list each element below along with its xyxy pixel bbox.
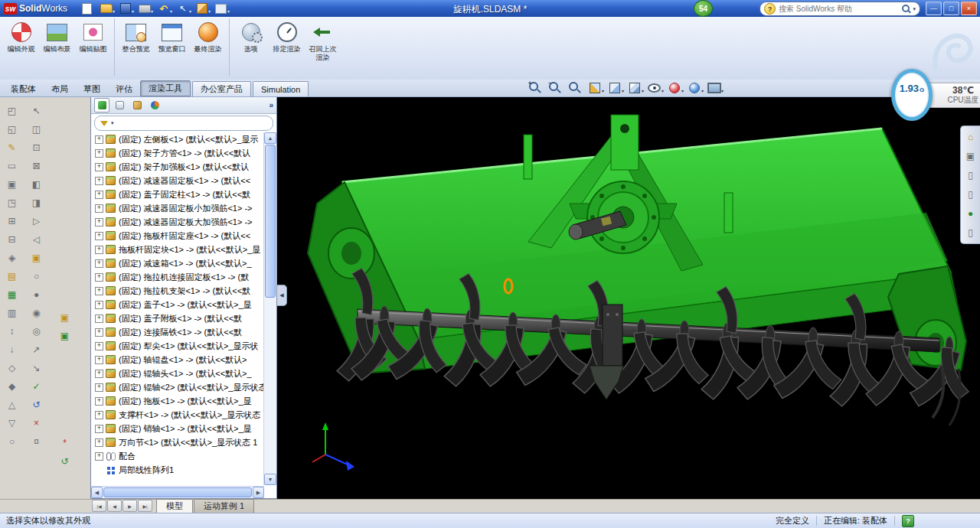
expand-toggle[interactable]: + (95, 438, 103, 447)
toolbar-icon[interactable]: ▤ (5, 269, 18, 282)
window-control-button[interactable]: □ (943, 2, 959, 15)
tree-item[interactable]: + (固定) 销轴<1> -> (默认<<默认>_显 (93, 422, 263, 435)
window-control-button[interactable]: — (926, 2, 942, 15)
view-tool-button[interactable]: ▾ (606, 80, 622, 95)
tree-item[interactable]: + (固定) 连接隔铁<1> -> (默认<<默 (93, 325, 263, 339)
quick-tool-button[interactable]: ↖ ▾ (174, 2, 191, 15)
tab-scroll-button[interactable]: ▶ (122, 500, 137, 512)
commandmanager-tab[interactable]: 草图 (76, 82, 108, 96)
expand-toggle[interactable]: + (95, 191, 103, 199)
toolbar-icon[interactable]: ◎ (30, 324, 43, 337)
expand-toggle[interactable]: + (95, 342, 103, 350)
dropdown-caret[interactable]: ▾ (642, 88, 644, 93)
quick-tool-button[interactable]: ▾ (97, 2, 115, 15)
dropdown-caret[interactable]: ▾ (208, 8, 211, 14)
ribbon-button[interactable]: 排定渲染 (269, 18, 305, 76)
task-pane-icon[interactable]: ⌂ (965, 131, 977, 143)
toolbar-icon[interactable]: ↘ (30, 361, 43, 374)
dropdown-caret[interactable]: ▾ (189, 8, 191, 14)
task-pane-icon[interactable]: ▯ (965, 169, 977, 181)
toolbar-icon[interactable]: ✎ (5, 141, 18, 154)
tree-item[interactable]: + (固定) 辊轴<2> (默认<<默认>_显示状态 (93, 380, 263, 394)
toolbar-icon[interactable]: ▣ (5, 178, 18, 191)
scroll-down-button[interactable]: ▼ (264, 474, 276, 485)
toolbar-icon[interactable]: ✓ (30, 380, 43, 393)
toolbar-icon[interactable]: ▣ (58, 311, 71, 324)
dropdown-caret[interactable]: ▾ (701, 88, 704, 93)
tree-item[interactable]: + 配合 (93, 449, 263, 463)
expand-toggle[interactable]: + (95, 149, 103, 158)
toolbar-icon[interactable]: ▭ (5, 159, 18, 172)
view-tool-button[interactable]: − (547, 80, 563, 95)
expand-toggle[interactable]: + (95, 246, 103, 254)
toolbar-icon[interactable]: ◆ (5, 380, 18, 393)
search-input[interactable] (776, 5, 901, 13)
commandmanager-tab[interactable]: 办公室产品 (192, 81, 251, 96)
toolbar-icon[interactable]: ◇ (5, 361, 18, 374)
dropdown-caret[interactable]: ▾ (132, 8, 134, 14)
expand-toggle[interactable]: + (95, 383, 103, 392)
toolbar-icon[interactable]: ⊠ (30, 159, 43, 172)
quick-tool-button[interactable]: ▾ (212, 2, 230, 15)
tree-item[interactable]: + (固定) 拖板杆固定座<1> -> (默认<< (93, 229, 263, 243)
ribbon-button[interactable]: 编辑外观 (3, 18, 39, 76)
filter-caret[interactable]: ▾ (111, 120, 114, 126)
toolbar-icon[interactable]: ⊞ (5, 214, 18, 227)
quick-tool-button[interactable]: ▾ (116, 2, 134, 15)
toolbar-icon[interactable]: ◁ (30, 233, 43, 246)
tree-item[interactable]: + (固定) 减速器固定板<1> -> (默认<< (93, 174, 263, 187)
toolbar-icon[interactable]: ◧ (30, 178, 43, 191)
expand-toggle[interactable]: + (95, 301, 103, 309)
view-tool-button[interactable]: ▾ (666, 80, 682, 95)
expand-toggle[interactable]: + (95, 204, 103, 213)
quick-tool-button[interactable]: ↶ ▾ (155, 2, 172, 15)
view-tool-button[interactable]: ▾ (586, 80, 603, 95)
study-tab[interactable]: 模型 (156, 499, 193, 513)
tree-item[interactable]: + (固定) 盖子固定柱<1> -> (默认<<默 (93, 187, 263, 201)
tree-item[interactable]: + (固定) 左侧板<1> (默认<<默认>_显示 (93, 132, 263, 146)
expand-toggle[interactable]: + (95, 370, 103, 378)
toolbar-icon[interactable]: ◫ (30, 122, 43, 135)
tree-item[interactable]: + (固定) 犁尖<1> (默认<<默认>_显示状 (93, 339, 263, 353)
dropdown-caret[interactable]: ▾ (721, 88, 724, 93)
tree-filter-box[interactable]: ▾ (94, 116, 273, 131)
more-tabs-chevron[interactable]: » (269, 101, 273, 109)
toolbar-icon[interactable]: ◰ (5, 104, 18, 117)
view-tool-button[interactable]: ▾ (686, 80, 702, 95)
panel-splitter-collapse[interactable]: ◀ (277, 285, 287, 306)
tree-item[interactable]: + (固定) 轴辊盘<1> -> (默认<<默认> (93, 353, 263, 367)
expand-toggle[interactable]: + (95, 356, 103, 364)
tree-item[interactable]: + (固定) 架子方管<1> -> (默认<<默认 (93, 146, 263, 160)
toolbar-icon[interactable]: ◉ (30, 306, 43, 319)
view-tool-button[interactable]: ▾ (646, 80, 662, 95)
toolbar-icon[interactable]: × (30, 416, 43, 429)
toolbar-icon[interactable]: ↺ (58, 455, 71, 468)
task-pane-icon[interactable]: ▯ (965, 227, 977, 239)
commandmanager-tab[interactable]: 布局 (44, 82, 76, 96)
expand-toggle[interactable]: + (95, 411, 103, 419)
tab-scroll-button[interactable]: ◀ (107, 500, 122, 512)
scrollbar-thumb[interactable] (265, 145, 276, 298)
search-icon[interactable] (901, 4, 911, 14)
view-tool-button[interactable]: + (527, 80, 543, 95)
manager-tab[interactable] (112, 98, 127, 112)
expand-toggle[interactable]: + (95, 315, 103, 323)
toolbar-icon[interactable]: ↗ (30, 343, 43, 356)
toolbar-icon[interactable]: ▽ (5, 416, 18, 429)
toolbar-icon[interactable]: ● (30, 288, 43, 301)
tree-item[interactable]: + (固定) 拖拉机连接固定板<1> -> (默 (93, 270, 263, 284)
expand-toggle[interactable]: + (95, 328, 103, 337)
manager-tab[interactable] (147, 98, 162, 112)
toolbar-icon[interactable]: ▣ (30, 251, 43, 264)
task-pane-icon[interactable]: ● (965, 207, 977, 220)
toolbar-icon[interactable]: ▥ (5, 306, 18, 319)
dropdown-caret[interactable]: ▾ (681, 88, 684, 93)
commandmanager-tab[interactable]: 装配体 (3, 82, 44, 96)
toolbar-icon[interactable]: ↓ (5, 343, 18, 356)
quick-tips-icon[interactable]: ? (902, 515, 914, 527)
quick-tool-button[interactable]: ▾ (136, 2, 153, 15)
dropdown-caret[interactable]: ▾ (622, 88, 624, 93)
expand-toggle[interactable]: + (95, 218, 103, 227)
dropdown-caret[interactable]: ▾ (602, 88, 604, 93)
tree-item[interactable]: + (固定) 拖拉机支架<1> -> (默认<<默 (93, 284, 263, 298)
